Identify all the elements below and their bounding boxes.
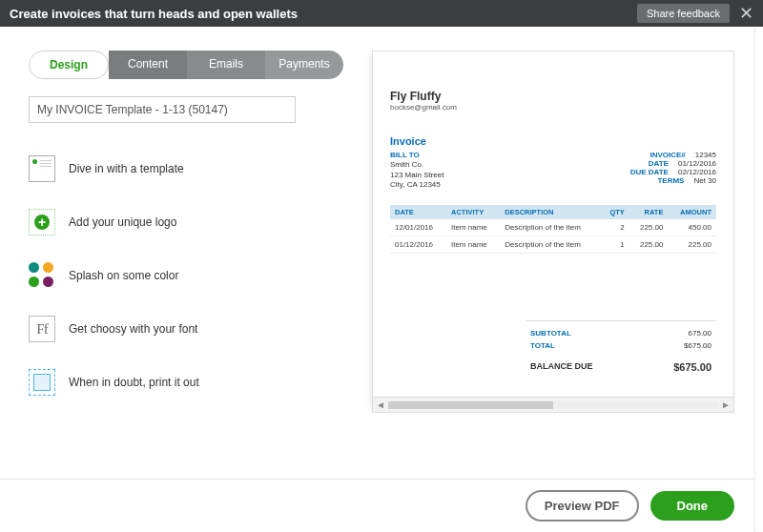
template-icon xyxy=(29,155,55,182)
option-font[interactable]: Ff Get choosy with your font xyxy=(29,302,343,356)
option-label: Splash on some color xyxy=(69,269,178,282)
table-row: 12/01/2016 Item name Description of the … xyxy=(390,219,716,236)
palette-icon xyxy=(29,262,55,289)
design-panel: Design Content Emails Payments Dive in w… xyxy=(29,51,343,427)
invoice-preview-pane: Fly Fluffy bockse@gmail.com Invoice BILL… xyxy=(372,51,734,427)
logo-icon: + xyxy=(29,209,55,235)
tab-design[interactable]: Design xyxy=(29,51,109,79)
tab-payments[interactable]: Payments xyxy=(265,51,343,79)
option-print[interactable]: When in doubt, print it out xyxy=(29,356,343,409)
invoice-preview: Fly Fluffy bockse@gmail.com Invoice BILL… xyxy=(372,51,734,413)
tab-emails[interactable]: Emails xyxy=(187,51,265,79)
option-label: When in doubt, print it out xyxy=(69,376,199,389)
totals-block: SUBTOTAL675.00 TOTAL$675.00 BALANCE DUE$… xyxy=(526,320,716,375)
option-label: Dive in with a template xyxy=(69,162,184,175)
option-logo[interactable]: + Add your unique logo xyxy=(29,195,343,249)
print-margins-icon xyxy=(29,369,55,396)
scroll-right-icon[interactable]: ► xyxy=(718,398,733,413)
close-icon[interactable]: ✕ xyxy=(739,5,753,22)
done-button[interactable]: Done xyxy=(650,491,735,521)
tab-bar: Design Content Emails Payments xyxy=(29,51,343,79)
option-color[interactable]: Splash on some color xyxy=(29,249,343,302)
option-template[interactable]: Dive in with a template xyxy=(29,142,343,195)
document-type: Invoice xyxy=(390,135,716,147)
header-title: Create invoices that turn heads and open… xyxy=(10,7,298,21)
modal-footer: Preview PDF Done xyxy=(0,479,763,532)
option-label: Add your unique logo xyxy=(69,215,176,229)
option-label: Get choosy with your font xyxy=(69,322,197,336)
horizontal-scrollbar[interactable]: ◄ ► xyxy=(373,397,733,412)
line-items-table: DATE ACTIVITY DESCRIPTION QTY RATE AMOUN… xyxy=(390,205,716,254)
tab-content[interactable]: Content xyxy=(109,51,187,79)
table-row: 01/12/2016 Item name Description of the … xyxy=(390,235,716,253)
company-name: Fly Fluffy xyxy=(390,90,716,103)
template-name-input[interactable] xyxy=(29,96,296,123)
scroll-left-icon[interactable]: ◄ xyxy=(373,398,388,413)
invoice-meta: INVOICE#12345 DATE01/12/2016 DUE DATE02/… xyxy=(630,151,716,191)
bill-to-block: BILL TO Smith Co. 123 Main Street City, … xyxy=(390,151,443,191)
share-feedback-button[interactable]: Share feedback xyxy=(637,4,730,23)
preview-pdf-button[interactable]: Preview PDF xyxy=(526,490,639,522)
company-email: bockse@gmail.com xyxy=(390,103,716,112)
font-icon: Ff xyxy=(29,316,55,342)
modal-header: Create invoices that turn heads and open… xyxy=(0,0,763,27)
